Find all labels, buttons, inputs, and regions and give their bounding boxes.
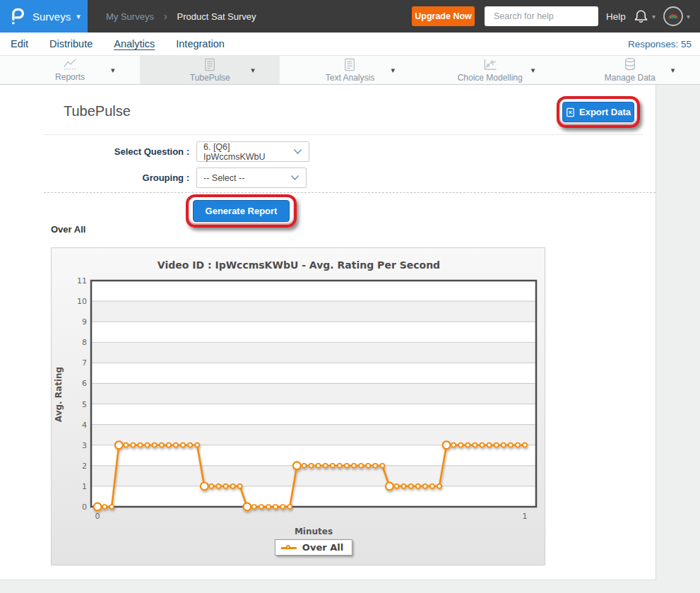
chart-plot-area: 0123456789101101	[52, 248, 546, 524]
questionpro-logo-icon	[9, 6, 25, 26]
grouping-row: Grouping : -- Select --	[44, 168, 307, 188]
notifications-menu[interactable]: ▾	[633, 8, 655, 25]
analytics-tabstrip: Reports ▾ TubePulse ▾ Text Analysis ▾	[0, 55, 700, 85]
upgrade-now-button[interactable]: Upgrade Now	[412, 6, 475, 26]
report-document-icon	[343, 58, 356, 71]
export-data-label: Export Data	[579, 107, 631, 117]
avg-rating-chart: Video ID : IpWccmsKWbU - Avg. Rating Per…	[51, 247, 545, 565]
tab-label: Choice Modelling	[458, 73, 523, 83]
svg-text:0: 0	[82, 503, 87, 512]
svg-text:3: 3	[82, 441, 87, 450]
avatar	[663, 6, 684, 27]
tab-text-analysis[interactable]: Text Analysis ▾	[280, 56, 420, 84]
nav-item-analytics[interactable]: Analytics	[114, 38, 155, 49]
divider	[44, 192, 655, 193]
nav-item-integration[interactable]: Integration	[176, 38, 225, 49]
chevron-down-icon	[293, 148, 302, 155]
breadcrumb: My Surveys › Product Sat Survey	[106, 0, 256, 33]
question-select-value: 6. [Q6] IpWccmsKWbU	[203, 142, 293, 162]
report-document-icon	[203, 58, 216, 71]
chevron-down-icon[interactable]: ▾	[391, 66, 395, 75]
svg-text:8: 8	[82, 338, 87, 347]
breadcrumb-current-survey: Product Sat Survey	[177, 11, 256, 22]
export-data-button[interactable]: Export Data	[562, 102, 634, 122]
tubepulse-panel: TubePulse Export Data Select Question : …	[0, 85, 656, 580]
svg-text:1: 1	[82, 482, 87, 491]
chart-legend[interactable]: Over All	[275, 539, 352, 556]
y-axis-title: Avg. Rating	[54, 359, 64, 430]
scatter-chart-icon	[482, 58, 498, 71]
database-icon	[623, 57, 637, 71]
x-axis-title: Minutes	[295, 527, 333, 536]
chevron-down-icon: ▾	[687, 13, 690, 20]
export-highlight-ring: Export Data	[557, 96, 640, 128]
tab-choice-modelling[interactable]: Choice Modelling ▾	[420, 56, 560, 84]
top-header: Surveys ▾ My Surveys › Product Sat Surve…	[0, 0, 700, 33]
svg-text:11: 11	[77, 276, 87, 286]
svg-text:0: 0	[95, 512, 100, 521]
question-select[interactable]: 6. [Q6] IpWccmsKWbU	[196, 141, 309, 162]
search-input[interactable]	[494, 11, 607, 21]
page-title: TubePulse	[64, 103, 131, 119]
survey-nav: Edit Distribute Analytics Integration Re…	[0, 33, 700, 55]
help-link[interactable]: Help	[606, 0, 626, 33]
legend-series-marker-icon	[281, 544, 297, 551]
svg-text:6: 6	[82, 379, 87, 388]
chevron-down-icon[interactable]: ▾	[531, 66, 535, 75]
question-row: Select Question : 6. [Q6] IpWccmsKWbU	[44, 141, 309, 162]
help-search[interactable]	[485, 6, 598, 26]
tab-label: Text Analysis	[326, 73, 374, 83]
generate-highlight-ring: Generate Report	[186, 194, 297, 228]
grouping-select-value: -- Select --	[203, 173, 290, 183]
chevron-down-icon[interactable]: ▾	[671, 66, 675, 75]
line-chart-icon	[62, 58, 78, 71]
generate-report-button[interactable]: Generate Report	[193, 200, 290, 222]
legend-series-label: Over All	[302, 542, 343, 553]
chevron-down-icon[interactable]: ▾	[251, 66, 255, 75]
svg-text:2: 2	[82, 462, 87, 471]
responses-count: Responses: 55	[628, 33, 692, 55]
svg-text:4: 4	[82, 421, 87, 430]
excel-file-icon	[566, 107, 575, 117]
tab-reports[interactable]: Reports ▾	[0, 56, 140, 84]
svg-text:10: 10	[77, 297, 87, 306]
chevron-down-icon: ▾	[76, 12, 81, 21]
tab-label: Reports	[55, 72, 85, 82]
nav-item-distribute[interactable]: Distribute	[49, 38, 93, 49]
tab-tubepulse[interactable]: TubePulse ▾	[140, 56, 280, 84]
divider	[44, 134, 643, 135]
svg-text:7: 7	[82, 358, 87, 368]
section-label: Over All	[51, 224, 85, 235]
app-switcher[interactable]: Surveys ▾	[0, 0, 88, 33]
chevron-down-icon: ▾	[652, 13, 655, 20]
select-question-label: Select Question :	[44, 146, 189, 157]
tab-label: Manage Data	[605, 73, 655, 83]
chevron-down-icon[interactable]: ▾	[111, 66, 115, 75]
account-menu[interactable]: ▾	[663, 6, 690, 27]
svg-text:1: 1	[523, 512, 528, 521]
tab-label: TubePulse	[190, 73, 230, 83]
grouping-label: Grouping :	[44, 172, 189, 183]
app-menu-label: Surveys	[32, 11, 71, 23]
grouping-select[interactable]: -- Select --	[196, 168, 307, 188]
svg-text:5: 5	[82, 400, 87, 409]
bell-icon	[633, 8, 649, 25]
svg-text:9: 9	[82, 317, 87, 327]
nav-item-edit[interactable]: Edit	[11, 38, 28, 49]
tab-manage-data[interactable]: Manage Data ▾	[560, 56, 700, 84]
breadcrumb-separator: ›	[164, 11, 167, 22]
breadcrumb-my-surveys[interactable]: My Surveys	[106, 11, 154, 22]
chevron-down-icon	[290, 175, 299, 181]
